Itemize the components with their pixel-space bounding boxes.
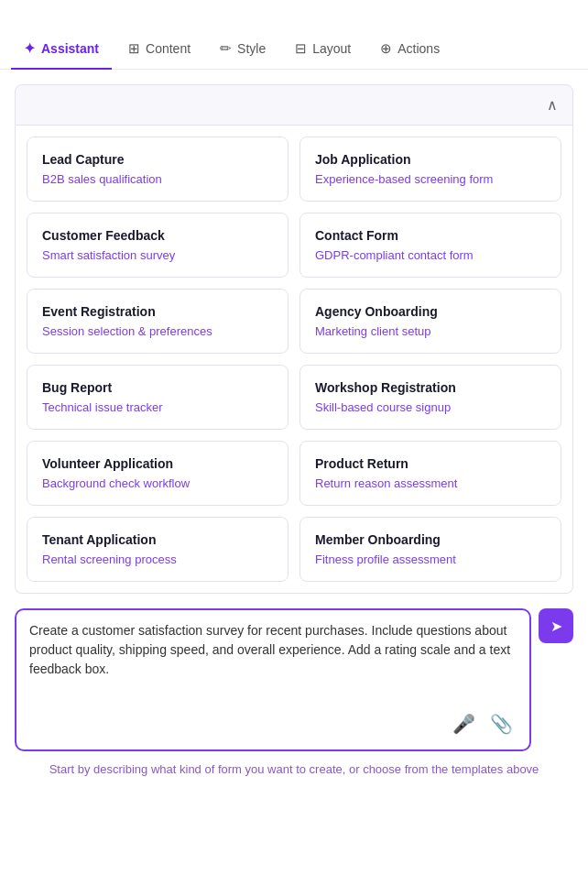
app-container: ✦Assistant⊞Content✏Style⊟Layout⊕Actions … [0, 0, 588, 793]
style-label: Style [237, 41, 266, 56]
card-subtitle-volunteer-application: Background check workflow [42, 476, 273, 490]
tab-bar: ✦Assistant⊞Content✏Style⊟Layout⊕Actions [0, 29, 588, 70]
tab-actions[interactable]: ⊕Actions [367, 29, 452, 70]
tab-layout[interactable]: ⊟Layout [282, 29, 364, 70]
card-title-event-registration: Event Registration [42, 304, 273, 319]
attach-button[interactable]: 📎 [486, 709, 517, 738]
style-icon: ✏ [220, 40, 232, 57]
cards-grid: Lead Capture B2B sales qualification Job… [27, 137, 561, 582]
card-subtitle-workshop-registration: Skill-based course signup [315, 400, 546, 414]
card-member-onboarding[interactable]: Member Onboarding Fitness profile assess… [299, 517, 561, 582]
card-volunteer-application[interactable]: Volunteer Application Background check w… [27, 441, 289, 506]
actions-icon: ⊕ [380, 40, 392, 57]
card-subtitle-customer-feedback: Smart satisfaction survey [42, 248, 273, 262]
card-subtitle-lead-capture: B2B sales qualification [42, 172, 273, 186]
card-title-volunteer-application: Volunteer Application [42, 456, 273, 471]
chevron-up-icon: ∧ [547, 96, 558, 114]
layout-icon: ⊟ [295, 40, 307, 57]
card-contact-form[interactable]: Contact Form GDPR-compliant contact form [299, 213, 561, 278]
card-title-workshop-registration: Workshop Registration [315, 380, 546, 395]
layout-label: Layout [312, 41, 351, 56]
input-box-outer: 🎤 📎 [15, 608, 531, 751]
hint-text: Start by describing what kind of form yo… [15, 760, 573, 779]
card-title-customer-feedback: Customer Feedback [42, 228, 273, 243]
card-customer-feedback[interactable]: Customer Feedback Smart satisfaction sur… [27, 213, 289, 278]
card-subtitle-product-return: Return reason assessment [315, 476, 546, 490]
card-subtitle-event-registration: Session selection & preferences [42, 324, 273, 338]
card-product-return[interactable]: Product Return Return reason assessment [299, 441, 561, 506]
cards-scroll[interactable]: Lead Capture B2B sales qualification Job… [16, 126, 572, 593]
tab-style[interactable]: ✏Style [207, 29, 278, 70]
card-title-contact-form: Contact Form [315, 228, 546, 243]
input-row: 🎤 📎 ➤ [15, 608, 573, 751]
card-lead-capture[interactable]: Lead Capture B2B sales qualification [27, 137, 289, 202]
card-title-bug-report: Bug Report [42, 380, 273, 395]
input-actions: 🎤 📎 [29, 709, 517, 738]
tab-assistant[interactable]: ✦Assistant [11, 29, 112, 70]
card-workshop-registration[interactable]: Workshop Registration Skill-based course… [299, 365, 561, 430]
send-button[interactable]: ➤ [539, 608, 573, 643]
actions-label: Actions [397, 41, 440, 56]
card-agency-onboarding[interactable]: Agency Onboarding Marketing client setup [299, 289, 561, 354]
card-event-registration[interactable]: Event Registration Session selection & p… [27, 289, 289, 354]
tab-content[interactable]: ⊞Content [115, 29, 203, 70]
card-job-application[interactable]: Job Application Experience-based screeni… [299, 137, 561, 202]
cards-container: Lead Capture B2B sales qualification Job… [15, 126, 573, 594]
main-content: ∧ Lead Capture B2B sales qualification J… [0, 70, 588, 793]
mic-button[interactable]: 🎤 [449, 709, 479, 738]
quick-start-header[interactable]: ∧ [15, 84, 573, 126]
card-tenant-application[interactable]: Tenant Application Rental screening proc… [27, 517, 289, 582]
card-title-lead-capture: Lead Capture [42, 152, 273, 167]
content-label: Content [146, 41, 191, 56]
card-subtitle-bug-report: Technical issue tracker [42, 400, 273, 414]
input-section: 🎤 📎 ➤ Start by describing what kind of f… [15, 608, 573, 779]
card-bug-report[interactable]: Bug Report Technical issue tracker [27, 365, 289, 430]
card-subtitle-member-onboarding: Fitness profile assessment [315, 552, 546, 566]
send-icon: ➤ [550, 618, 562, 635]
card-title-member-onboarding: Member Onboarding [315, 532, 546, 547]
card-title-product-return: Product Return [315, 456, 546, 471]
card-subtitle-agency-onboarding: Marketing client setup [315, 324, 546, 338]
card-title-agency-onboarding: Agency Onboarding [315, 304, 546, 319]
prompt-input[interactable] [29, 621, 517, 698]
card-title-tenant-application: Tenant Application [42, 532, 273, 547]
card-title-job-application: Job Application [315, 152, 546, 167]
content-icon: ⊞ [128, 40, 140, 57]
card-subtitle-job-application: Experience-based screening form [315, 172, 546, 186]
input-box-wrapper: 🎤 📎 [15, 608, 531, 751]
card-subtitle-tenant-application: Rental screening process [42, 552, 273, 566]
card-subtitle-contact-form: GDPR-compliant contact form [315, 248, 546, 262]
app-header [0, 0, 588, 29]
assistant-icon: ✦ [24, 40, 36, 57]
assistant-label: Assistant [41, 41, 99, 56]
